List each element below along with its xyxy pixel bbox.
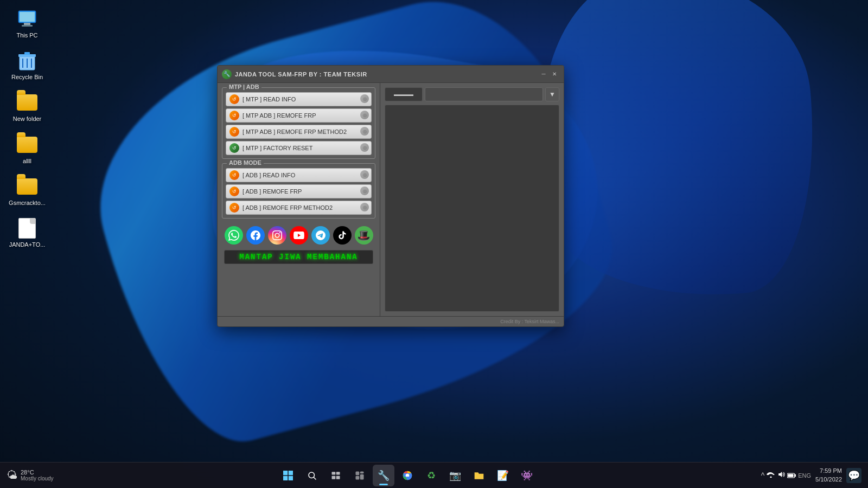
app-icon: 🔧 — [222, 69, 232, 79]
adb-remofe-frp2-icon: ↺ — [229, 203, 239, 213]
log-area — [385, 105, 559, 312]
svg-rect-24 — [795, 474, 796, 477]
svg-rect-13 — [336, 472, 340, 474]
window-title: JANDA TOOL SAM-FRP BY : TEAM TEKSIR — [235, 71, 367, 78]
active-app-button[interactable]: 🔧 — [373, 465, 394, 486]
desktop-icon-new-folder[interactable]: New folder — [5, 89, 49, 125]
this-pc-icon — [16, 8, 38, 30]
taskbar-right: ^ — [761, 467, 868, 484]
weather-temp: 28°C — [21, 469, 54, 476]
close-button[interactable]: ✕ — [550, 69, 559, 79]
adb-remofe-frp-button[interactable]: ↺ [ ADB ] REMOFE FRP ◎ — [226, 184, 372, 198]
app-green-button[interactable]: ♻ — [420, 465, 442, 486]
adb-remofe-frp-label: [ ADB ] REMOFE FRP — [242, 188, 302, 195]
desktop-icon-recycle-bin[interactable]: Recycle Bin — [5, 47, 49, 84]
mtp-adb-remofe-frp2-label: [ MTP ADB ] REMOFE FRP METHOD2 — [242, 129, 347, 135]
app-note-button[interactable]: 📝 — [492, 465, 514, 486]
mtp-adb-section: MTP | ADB ↺ [ MTP ] READ INFO ◎ ↺ [ MTP … — [222, 87, 375, 159]
port-input[interactable] — [425, 87, 543, 101]
desktop-icon-janda-label: JANDA+TO... — [9, 241, 46, 248]
svg-point-10 — [309, 472, 315, 478]
adb-read-info-corner: ◎ — [360, 170, 369, 179]
adb-remofe-frp2-label: [ ADB ] REMOFE FRP METHOD2 — [242, 204, 333, 211]
tray-wifi-icon[interactable] — [767, 471, 775, 479]
minimize-button[interactable]: ─ — [539, 69, 548, 79]
mtp-read-info-icon: ↺ — [229, 94, 239, 104]
start-button[interactable] — [277, 465, 299, 486]
social-icons-row: 🎩 — [222, 223, 375, 248]
svg-rect-1 — [20, 12, 35, 22]
window-titlebar: 🔧 JANDA TOOL SAM-FRP BY : TEAM TEKSIR ─ … — [218, 66, 564, 83]
right-panel: ▬▬▬▬ ▼ — [380, 83, 564, 316]
svg-rect-17 — [360, 471, 363, 473]
other-social-icon[interactable]: 🎩 — [355, 226, 373, 245]
tray-battery-icon[interactable] — [787, 471, 796, 480]
mtp-adb-remofe-frp2-icon: ↺ — [229, 127, 239, 137]
desktop-icon-gsmcrackto[interactable]: Gsmcrackto... — [5, 173, 49, 209]
chrome-button[interactable] — [397, 465, 418, 486]
desktop-icon-allll-label: allll — [23, 158, 31, 165]
mtp-adb-remofe-frp-icon: ↺ — [229, 111, 239, 120]
mtp-adb-section-label: MTP | ADB — [227, 84, 261, 90]
tray-icons: ^ — [761, 471, 811, 480]
desktop-icon-janda-file[interactable]: JANDA+TO... — [5, 215, 49, 251]
mtp-read-info-corner: ◎ — [360, 94, 369, 103]
whatsapp-icon[interactable] — [225, 226, 243, 245]
widgets-button[interactable] — [349, 465, 371, 486]
telegram-icon[interactable] — [311, 226, 330, 245]
port-display: ▬▬▬▬ — [385, 87, 423, 101]
adb-read-info-button[interactable]: ↺ [ ADB ] READ INFO ◎ — [226, 168, 372, 182]
titlebar-controls: ─ ✕ — [539, 69, 559, 79]
app-explorer-button[interactable] — [468, 465, 490, 486]
desktop-icon-this-pc-label: This PC — [16, 32, 37, 39]
adb-remofe-frp2-button[interactable]: ↺ [ ADB ] REMOFE FRP METHOD2 ◎ — [226, 201, 372, 215]
clock-time: 7:59 PM — [815, 467, 842, 475]
taskbar: 🌤 28°C Mostly cloudy — [0, 462, 868, 488]
desktop-icon-new-folder-label: New folder — [13, 115, 42, 123]
facebook-icon[interactable] — [246, 226, 265, 245]
instagram-icon[interactable] — [268, 226, 286, 245]
svg-rect-25 — [788, 474, 793, 477]
credit-text: Credit By : Teksirt Mawas... — [218, 316, 564, 326]
adb-remofe-frp-corner: ◎ — [360, 187, 369, 195]
svg-rect-14 — [331, 476, 335, 479]
weather-desc: Mostly cloudy — [21, 476, 54, 481]
adb-read-info-icon: ↺ — [229, 170, 239, 180]
mtp-factory-reset-corner: ◎ — [360, 143, 369, 152]
app-cam-button[interactable]: 📷 — [444, 465, 466, 486]
svg-rect-3 — [22, 25, 33, 27]
task-view-button[interactable] — [325, 465, 347, 486]
left-panel: MTP | ADB ↺ [ MTP ] READ INFO ◎ ↺ [ MTP … — [218, 83, 380, 316]
mtp-adb-remofe-frp2-corner: ◎ — [360, 127, 369, 136]
svg-line-11 — [314, 477, 316, 480]
banner-text: MANTAP JIWA MEMBAHANA — [224, 250, 373, 264]
app-yoda-button[interactable]: 👾 — [516, 465, 538, 486]
youtube-icon[interactable] — [290, 226, 308, 245]
adb-mode-section: ADB MODE ↺ [ ADB ] READ INFO ◎ ↺ [ ADB ]… — [222, 163, 375, 219]
mtp-adb-remofe-frp2-button[interactable]: ↺ [ MTP ADB ] REMOFE FRP METHOD2 ◎ — [226, 125, 372, 139]
weather-info: 28°C Mostly cloudy — [21, 469, 54, 481]
action-center-button[interactable]: 💬 — [846, 468, 861, 483]
taskbar-left: 🌤 28°C Mostly cloudy — [0, 469, 54, 481]
tray-keyboard-icon[interactable]: ENG — [798, 472, 811, 479]
desktop-icon-recycle-bin-label: Recycle Bin — [11, 74, 43, 81]
mtp-read-info-button[interactable]: ↺ [ MTP ] READ INFO ◎ — [226, 92, 372, 106]
svg-rect-12 — [331, 472, 335, 474]
desktop-icon-allll[interactable]: allll — [5, 131, 49, 168]
tray-chevron[interactable]: ^ — [761, 471, 765, 480]
tray-speaker-icon[interactable] — [777, 471, 785, 480]
svg-rect-19 — [360, 474, 363, 479]
app-window: 🔧 JANDA TOOL SAM-FRP BY : TEAM TEKSIR ─ … — [217, 65, 564, 327]
mtp-factory-reset-button[interactable]: ↺ [ MTP ] FACTORY RESET ◎ — [226, 141, 372, 155]
tiktok-icon[interactable] — [333, 226, 352, 245]
gsmcrackto-folder-icon — [16, 176, 38, 197]
mtp-adb-remofe-frp-button[interactable]: ↺ [ MTP ADB ] REMOFE FRP ◎ — [226, 108, 372, 123]
adb-remofe-frp2-corner: ◎ — [360, 203, 369, 211]
svg-rect-18 — [355, 476, 359, 479]
allll-folder-icon — [16, 134, 38, 156]
port-bar: ▬▬▬▬ ▼ — [385, 87, 559, 101]
desktop-icon-this-pc[interactable]: This PC — [5, 5, 49, 42]
port-button[interactable]: ▼ — [545, 87, 559, 101]
system-clock[interactable]: 7:59 PM 5/10/2022 — [815, 467, 842, 484]
search-button[interactable] — [301, 465, 323, 486]
